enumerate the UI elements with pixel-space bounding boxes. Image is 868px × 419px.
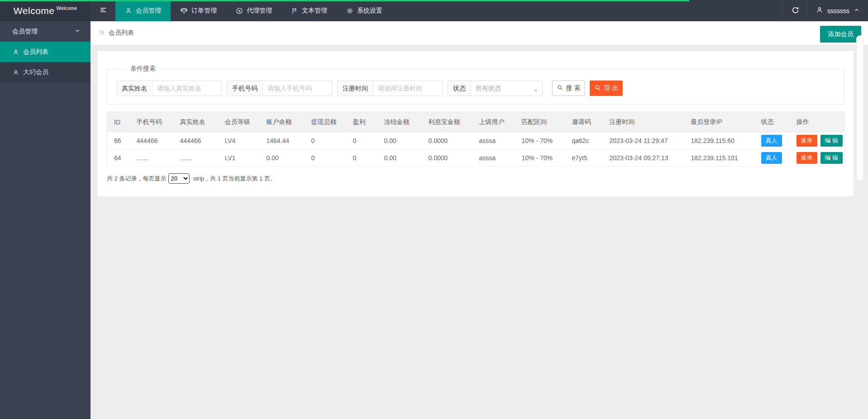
- cell-parent-user: asssa: [472, 132, 515, 149]
- status-select-value: 所有状态: [476, 85, 501, 92]
- gear-icon: [346, 7, 353, 14]
- add-member-button[interactable]: 添加会员: [820, 26, 861, 43]
- breadcrumb-bar: 会员列表 添加会员: [91, 21, 868, 45]
- col-header-level: 会员等级: [218, 112, 260, 132]
- cell-lixibao: 0.0000: [422, 132, 472, 149]
- loading-progress-bar: [0, 0, 689, 1]
- dollar-icon: $: [236, 7, 243, 14]
- user-name: sssssss: [827, 7, 849, 14]
- sidebar-group-members[interactable]: 会员管理: [0, 21, 91, 42]
- sidebar-toggle-button[interactable]: [91, 0, 115, 21]
- cell-register-time: 2023-03-24 11:29:47: [603, 132, 684, 149]
- cell-match-range: 10% - 70%: [515, 132, 565, 149]
- cell-last-login-ip: 182.239.115.101: [684, 149, 754, 167]
- cell-withdraw-total: 0: [305, 149, 346, 167]
- register-time-field-group: 注册时间: [337, 81, 443, 96]
- export-button[interactable]: 导 出: [590, 81, 623, 96]
- table-row: 64 ....... ....... LV1 0.00 0 0 0.00 0.0…: [107, 149, 845, 167]
- cell-level: LV4: [218, 132, 260, 149]
- nav-item-label: 订单管理: [191, 7, 217, 15]
- user-menu[interactable]: sssssss: [808, 0, 868, 21]
- col-header-invite-code: 邀请码: [565, 112, 603, 132]
- register-time-label: 注册时间: [338, 81, 373, 95]
- cell-balance: 1464.44: [260, 132, 305, 149]
- cell-parent-user: asssa: [472, 149, 515, 167]
- search-form-row: 真实姓名 手机号码 注册时间 状态 所有状态: [116, 81, 836, 96]
- dispatch-order-button[interactable]: 派单: [796, 135, 817, 147]
- col-header-profit: 盈利: [346, 112, 377, 132]
- search-button[interactable]: 搜 索: [552, 81, 585, 96]
- col-header-operations: 操作: [790, 112, 845, 132]
- person-icon: [13, 69, 19, 76]
- col-header-balance: 账户余额: [260, 112, 305, 132]
- logo-superscript: Welcome: [56, 5, 77, 11]
- cell-real-name: .......: [173, 149, 218, 167]
- menu-icon: [99, 6, 107, 15]
- sidebar-item-member-list[interactable]: 会员列表: [0, 42, 91, 62]
- search-panel-legend: 条件搜索: [126, 65, 160, 73]
- sidebar-item-label: 会员列表: [23, 48, 48, 56]
- top-right-controls: sssssss: [782, 0, 868, 21]
- chevron-down-icon: [74, 28, 81, 35]
- status-badge[interactable]: 真人: [761, 135, 782, 147]
- cell-invite-code: e7yt5: [565, 149, 603, 167]
- cell-phone: 444466: [130, 132, 173, 149]
- sidebar-item-label: 大叼会员: [23, 68, 48, 76]
- phone-field-group: 手机号码: [227, 81, 332, 96]
- col-header-id: ID: [107, 112, 130, 132]
- pagination-summary-suffix: strip，共 1 页当前显示第 1 页。: [193, 175, 276, 183]
- nav-item-settings[interactable]: 系统设置: [337, 0, 392, 21]
- content-card: 条件搜索 真实姓名 手机号码 注册时间 状态 所有状态: [98, 51, 854, 196]
- register-time-input[interactable]: [373, 81, 442, 95]
- col-header-status: 状态: [754, 112, 790, 132]
- export-button-label: 导 出: [604, 84, 619, 92]
- nav-item-texts[interactable]: 文本管理: [281, 0, 337, 21]
- top-header-bar: WelcomeWelcome 会员管理 订单管理 $ 代理管理: [0, 0, 868, 21]
- page-title: 会员列表: [109, 29, 134, 37]
- col-header-phone: 手机号码: [130, 112, 173, 132]
- real-name-input[interactable]: [153, 81, 221, 95]
- nav-item-label: 会员管理: [136, 7, 161, 15]
- cell-level: LV1: [218, 149, 260, 167]
- vertical-scrollbar-thumb[interactable]: [856, 35, 864, 181]
- search-filter-panel: 条件搜索 真实姓名 手机号码 注册时间 状态 所有状态: [107, 65, 844, 105]
- dispatch-order-button[interactable]: 派单: [796, 152, 817, 164]
- cell-id: 66: [107, 132, 130, 149]
- cell-invite-code: qa62c: [565, 132, 603, 149]
- chevron-up-icon: [854, 7, 860, 14]
- col-header-lixibao: 利息宝金额: [422, 112, 472, 132]
- cell-match-range: 10% - 70%: [515, 149, 565, 167]
- col-header-frozen: 冻结金额: [377, 112, 422, 132]
- pagination-summary-prefix: 共 2 条记录，每页显示: [107, 175, 166, 183]
- col-header-match-range: 匹配区间: [515, 112, 565, 132]
- members-table: ID 手机号码 真实姓名 会员等级 账户余额 提现总额 盈利 冻结金额 利息宝金…: [107, 112, 845, 167]
- cell-register-time: 2023-03-24 05:27:13: [603, 149, 684, 167]
- double-chevron-right-icon: [98, 29, 105, 38]
- table-row: 66 444466 444466 LV4 1464.44 0 0 0.00 0.…: [107, 132, 845, 149]
- cell-profit: 0: [346, 149, 377, 167]
- nav-item-orders[interactable]: 订单管理: [171, 0, 226, 21]
- col-header-withdraw-total: 提现总额: [305, 112, 346, 132]
- cell-balance: 0.00: [260, 149, 305, 167]
- real-name-label: 真实姓名: [117, 81, 153, 95]
- sidebar: 会员管理 会员列表 大叼会员: [0, 21, 91, 419]
- page-size-select[interactable]: 20: [168, 173, 190, 184]
- pagination-bar: 共 2 条记录，每页显示 20 strip，共 1 页当前显示第 1 页。: [107, 173, 844, 184]
- status-badge[interactable]: 真人: [761, 152, 782, 164]
- cell-frozen: 0.00: [377, 132, 422, 149]
- col-header-parent-user: 上级用户: [472, 112, 515, 132]
- top-nav: 会员管理 订单管理 $ 代理管理 文本管理 系统设置: [115, 0, 392, 21]
- refresh-button[interactable]: [782, 0, 808, 21]
- edit-button[interactable]: 编 辑: [820, 135, 843, 147]
- sidebar-item-big-member[interactable]: 大叼会员: [0, 62, 91, 82]
- nav-item-members[interactable]: 会员管理: [115, 0, 171, 21]
- phone-input[interactable]: [263, 81, 332, 95]
- nav-item-label: 文本管理: [302, 7, 327, 15]
- caret-down-icon: [532, 85, 539, 96]
- nav-item-agents[interactable]: $ 代理管理: [226, 0, 281, 21]
- edit-button[interactable]: 编 辑: [820, 152, 843, 164]
- app-logo: WelcomeWelcome: [0, 0, 91, 21]
- person-icon: [125, 7, 132, 14]
- nav-item-label: 代理管理: [247, 7, 272, 15]
- status-select[interactable]: 所有状态: [471, 81, 542, 95]
